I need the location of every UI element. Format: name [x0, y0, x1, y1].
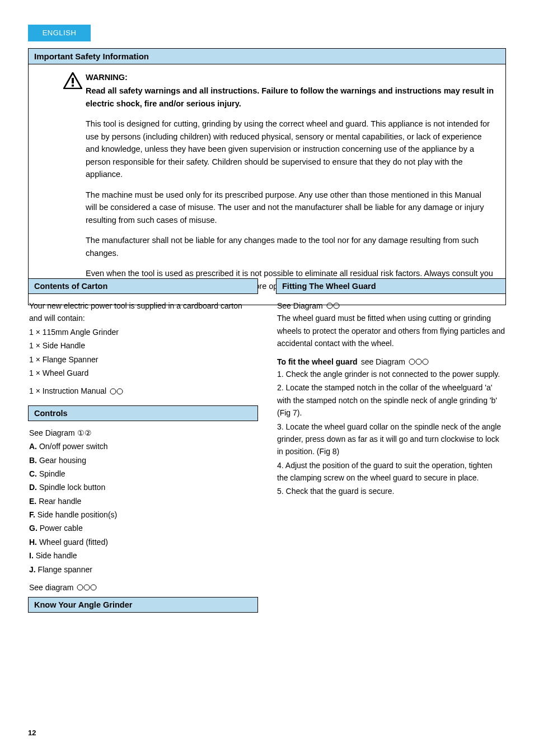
left-column: Contents of Carton Your new electric pow…: [28, 278, 258, 618]
warning-p3: The manufacturer shall not be liable for…: [86, 234, 494, 259]
control-item-label: A.: [29, 442, 37, 451]
circle-icons: [110, 388, 124, 395]
circle-icons: [77, 584, 98, 591]
controls-intro-fig: ①②: [77, 428, 92, 437]
control-item-label: I.: [29, 551, 34, 560]
guard-intro: The wheel guard must be fitted when usin…: [277, 312, 505, 349]
controls-section: Controls: [28, 405, 258, 421]
guard-step-text: Adjust the position of the guard to suit…: [277, 461, 493, 482]
control-item-label: E.: [29, 497, 36, 506]
svg-point-11: [423, 359, 428, 365]
guard-body: See Diagram The wheel guard must be fitt…: [276, 300, 506, 498]
safety-body: WARNING: Read all safety warnings and al…: [29, 64, 505, 305]
svg-rect-1: [72, 85, 74, 87]
control-item-text: Power cable: [40, 524, 83, 533]
guard-steps-see-label: see Diagram: [361, 356, 405, 368]
control-item-text: On/off power switch: [39, 442, 108, 451]
control-item-label: H.: [29, 538, 37, 547]
warning-p2: The machine must be used only for its pr…: [86, 189, 494, 226]
safety-header: Important Safety Information: [29, 49, 505, 64]
contents-header: Contents of Carton: [29, 279, 257, 293]
right-column: Fitting The Wheel Guard See Diagram The …: [276, 278, 506, 618]
guard-step-num: 5.: [277, 487, 284, 496]
controls-header: Controls: [29, 406, 257, 421]
control-item-label: F.: [29, 510, 35, 519]
circle-icons: [326, 302, 341, 309]
warning-heading: WARNING:: [86, 71, 494, 83]
control-item-label: G.: [29, 524, 38, 533]
controls-body: See Diagram ①② A. On/off power switch B.…: [28, 427, 258, 594]
control-item-text: Flange spanner: [38, 565, 92, 574]
svg-point-2: [110, 389, 116, 394]
contents-intro: Your new electric power tool is supplied…: [29, 300, 257, 325]
guard-section: Fitting The Wheel Guard: [276, 278, 506, 294]
guard-step-num: 4.: [277, 461, 284, 470]
guard-see1-label: See Diagram: [277, 300, 323, 312]
controls-intro-label: See Diagram: [29, 428, 75, 437]
contents-item: 1 × Flange Spanner: [29, 353, 257, 366]
control-item-text: Spindle lock button: [39, 483, 105, 492]
svg-point-6: [91, 585, 96, 590]
guard-step-num: 3.: [277, 422, 284, 431]
control-item-text: Rear handle: [39, 497, 81, 506]
control-item-text: Gear housing: [39, 456, 86, 465]
contents-body: Your new electric power tool is supplied…: [28, 300, 258, 398]
guard-step-num: 1.: [277, 370, 284, 379]
svg-point-9: [409, 359, 415, 365]
warning-intro: Read all safety warnings and all instruc…: [86, 85, 494, 110]
warning-icon: [63, 72, 82, 89]
know-symbols-header: Know Your Angle Grinder: [29, 598, 257, 612]
guard-step-text: Locate the stamped notch in the collar o…: [277, 383, 497, 417]
guard-step-num: 2.: [277, 383, 284, 392]
controls-see-label: See diagram: [29, 581, 73, 594]
contents-item: 1 × 115mm Angle Grinder: [29, 326, 257, 338]
svg-point-8: [334, 303, 339, 309]
guard-step-text: Locate the wheel guard collar on the spi…: [277, 422, 501, 456]
guard-step-text: Check that the guard is secure.: [286, 487, 395, 496]
circle-icons: [409, 358, 430, 365]
svg-point-3: [117, 389, 123, 394]
control-item-text: Wheel guard (fitted): [39, 538, 108, 547]
contents-item: 1 × Instruction Manual: [29, 385, 106, 397]
svg-point-5: [84, 585, 90, 590]
svg-point-10: [416, 359, 421, 365]
control-item-text: Side handle: [36, 551, 77, 560]
control-item-label: C.: [29, 469, 37, 478]
contents-item: 1 × Side Handle: [29, 339, 257, 352]
svg-point-4: [77, 585, 83, 590]
contents-section: Contents of Carton: [28, 278, 258, 294]
guard-header: Fitting The Wheel Guard: [277, 279, 505, 293]
control-item-label: J.: [29, 565, 36, 574]
warning-p1: This tool is designed for cutting, grind…: [86, 118, 494, 180]
guard-step-text: Check the angle grinder is not connected…: [286, 370, 500, 379]
language-tab: ENGLISH: [28, 25, 91, 41]
svg-rect-0: [72, 78, 74, 83]
control-item-text: Spindle: [39, 469, 65, 478]
guard-steps-header: To fit the wheel guard: [277, 356, 358, 368]
control-item-label: D.: [29, 483, 37, 492]
safety-section: Important Safety Information WARNING: Re…: [28, 48, 506, 305]
control-item-text: Side handle position(s): [38, 510, 117, 519]
page-number: 12: [28, 729, 36, 737]
control-item-label: B.: [29, 456, 37, 465]
contents-item: 1 × Wheel Guard: [29, 367, 257, 379]
know-symbols-section: Know Your Angle Grinder: [28, 597, 258, 613]
svg-point-7: [327, 303, 332, 309]
